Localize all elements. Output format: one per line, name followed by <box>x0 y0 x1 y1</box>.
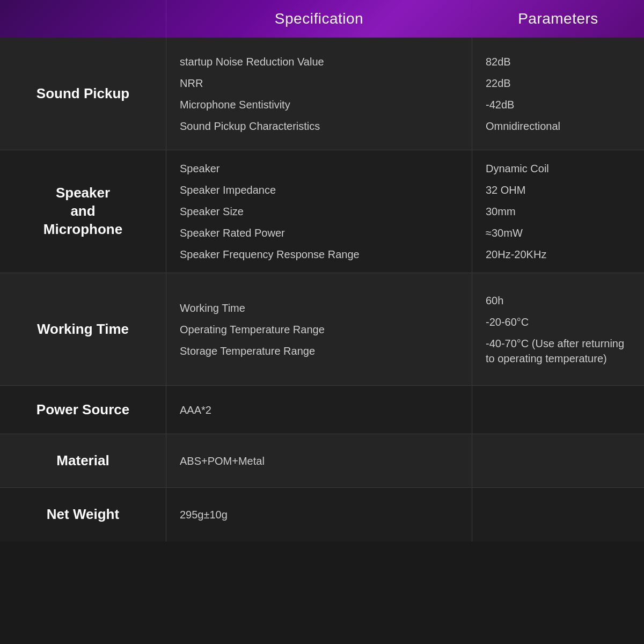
spec-cell-material: ABS+POM+Metal <box>166 434 472 487</box>
parameters-header: Parameters <box>518 10 598 27</box>
param-cell-power-source <box>472 386 644 434</box>
spec-item: Speaker Rated Power <box>180 225 458 240</box>
header-specification-cell: Specification <box>166 0 472 38</box>
param-item: Dynamic Coil <box>486 161 631 176</box>
spec-item: Microphone Sentistivity <box>180 97 458 112</box>
spec-item: Sound Pickup Characteristics <box>180 119 458 134</box>
param-cell-sound-pickup: 82dB22dB-42dBOmnidirectional <box>472 38 644 150</box>
param-item: 60h <box>486 293 631 308</box>
spec-item: Storage Temperature Range <box>180 343 458 358</box>
param-item: 30mm <box>486 204 631 219</box>
category-material: Material <box>0 434 166 487</box>
spec-item: NRR <box>180 76 458 91</box>
param-cell-material <box>472 434 644 487</box>
category-label-working-time: Working Time <box>37 320 129 339</box>
page-wrapper: Specification Parameters Sound Pickupsta… <box>0 0 644 644</box>
spec-item: Speaker Impedance <box>180 182 458 197</box>
row-working-time: Working TimeWorking TimeOperating Temper… <box>0 273 644 386</box>
spec-item: 295g±10g <box>180 507 458 522</box>
category-label-speaker-microphone: Speaker and Microphone <box>43 184 122 238</box>
param-item: Omnidirectional <box>486 119 631 134</box>
spec-item: Speaker Size <box>180 204 458 219</box>
table-body: Sound Pickupstartup Noise Reduction Valu… <box>0 38 644 644</box>
category-power-source: Power Source <box>0 386 166 434</box>
spec-cell-net-weight: 295g±10g <box>166 488 472 541</box>
param-item: -20-60°C <box>486 314 631 330</box>
param-cell-working-time: 60h-20-60°C-40-70°C (Use after returning… <box>472 273 644 385</box>
header-category-cell <box>0 0 166 38</box>
row-material: MaterialABS+POM+Metal <box>0 434 644 488</box>
row-speaker-microphone: Speaker and MicrophoneSpeakerSpeaker Imp… <box>0 150 644 273</box>
spec-item: ABS+POM+Metal <box>180 453 458 469</box>
param-item: -40-70°C (Use after returning to operati… <box>486 336 631 366</box>
spec-item: AAA*2 <box>180 402 458 418</box>
category-net-weight: Net Weight <box>0 488 166 541</box>
category-sound-pickup: Sound Pickup <box>0 38 166 150</box>
param-item: 20Hz-20KHz <box>486 247 631 262</box>
category-speaker-microphone: Speaker and Microphone <box>0 150 166 273</box>
header-parameters-cell: Parameters <box>472 0 644 38</box>
param-item: 22dB <box>486 76 631 91</box>
spec-item: startup Noise Reduction Value <box>180 54 458 69</box>
category-label-material: Material <box>56 452 109 470</box>
row-power-source: Power SourceAAA*2 <box>0 386 644 434</box>
category-label-power-source: Power Source <box>36 401 129 419</box>
header-row: Specification Parameters <box>0 0 644 38</box>
param-item: 82dB <box>486 54 631 69</box>
category-label-sound-pickup: Sound Pickup <box>36 85 129 103</box>
param-cell-speaker-microphone: Dynamic Coil32 OHM30mm≈30mW20Hz-20KHz <box>472 150 644 273</box>
category-working-time: Working Time <box>0 273 166 385</box>
specification-header: Specification <box>275 10 363 27</box>
param-item: 32 OHM <box>486 182 631 197</box>
spec-item: Operating Temperature Range <box>180 322 458 337</box>
spec-cell-sound-pickup: startup Noise Reduction ValueNRRMicropho… <box>166 38 472 150</box>
param-cell-net-weight <box>472 488 644 541</box>
category-label-net-weight: Net Weight <box>47 506 119 524</box>
param-item: ≈30mW <box>486 225 631 240</box>
spec-cell-speaker-microphone: SpeakerSpeaker ImpedanceSpeaker SizeSpea… <box>166 150 472 273</box>
spec-cell-power-source: AAA*2 <box>166 386 472 434</box>
row-sound-pickup: Sound Pickupstartup Noise Reduction Valu… <box>0 38 644 150</box>
spec-item: Working Time <box>180 301 458 316</box>
param-item: -42dB <box>486 97 631 112</box>
row-net-weight: Net Weight295g±10g <box>0 488 644 541</box>
spec-item: Speaker <box>180 161 458 176</box>
spec-cell-working-time: Working TimeOperating Temperature RangeS… <box>166 273 472 385</box>
spec-item: Speaker Frequency Response Range <box>180 247 458 262</box>
